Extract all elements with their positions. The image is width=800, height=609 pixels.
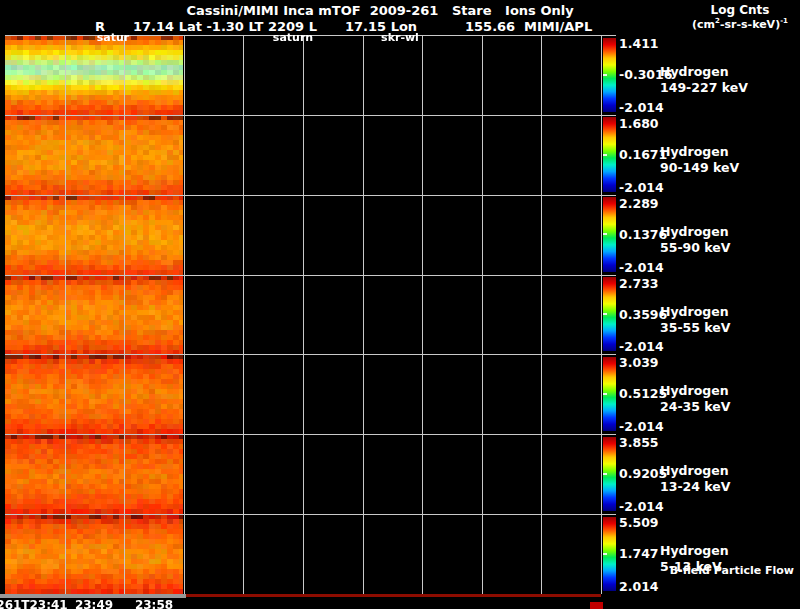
energy-range-label: 24-35 keV <box>660 399 730 415</box>
grid-line-vertical <box>541 35 542 594</box>
bfield-flow-label: B-field Particle Flow <box>654 564 794 577</box>
colorbar-mid-tick <box>603 393 607 395</box>
channel-label: Hydrogen13-24 keV <box>660 463 730 495</box>
corner-marker <box>590 602 603 609</box>
colorbar-units-formula: (cm2-sr-s-keV)-1 <box>680 17 800 31</box>
colorbar-mid-tick <box>603 233 607 235</box>
grid-line-vertical <box>601 35 602 594</box>
spectrogram-screen: Cassini/MIMI Inca mTOF 2009-261 Stare Io… <box>0 0 800 609</box>
colorbar <box>603 117 616 191</box>
grid-line-horizontal <box>5 275 616 276</box>
colorbar-max-label: 1.680 <box>619 116 659 131</box>
grid-line-vertical <box>65 35 66 594</box>
spectrogram-data <box>5 354 183 434</box>
colorbar-min-label: -2.014 <box>619 339 664 354</box>
colorbar-max-label: 3.039 <box>619 355 659 370</box>
colorbar-min-label: -2.014 <box>619 180 664 195</box>
colorbar-mid-label: 1.747 <box>619 546 659 561</box>
colorbar-mid-tick <box>603 473 607 475</box>
colorbar <box>603 38 616 112</box>
channel-label: Hydrogen35-55 keV <box>660 304 730 336</box>
colorbar-units-title: Log Cnts <box>695 3 785 17</box>
grid-line-vertical <box>184 35 185 594</box>
species-label: Hydrogen <box>660 144 739 160</box>
grid-line-vertical <box>363 35 364 594</box>
species-label: Hydrogen <box>660 64 748 80</box>
grid-line-vertical <box>482 35 483 594</box>
units-exponent-2: -1 <box>780 17 788 25</box>
colorbar-mid-tick <box>603 553 607 555</box>
channel-label: Hydrogen24-35 keV <box>660 383 730 415</box>
grid-line-vertical <box>422 35 423 594</box>
grid-line-horizontal <box>5 195 616 196</box>
annotation-label: satur <box>97 31 129 44</box>
spectrogram-data <box>5 195 183 275</box>
spectrogram-data <box>5 35 183 115</box>
grid-line-horizontal <box>5 354 616 355</box>
time-tick-label: 23:58 <box>135 598 173 609</box>
energy-range-label: 149-227 keV <box>660 80 748 96</box>
grid-line-horizontal <box>5 115 616 116</box>
grid-line-horizontal <box>5 434 616 435</box>
species-label: Hydrogen <box>660 304 730 320</box>
channel-label: Hydrogen149-227 keV <box>660 64 748 96</box>
units-pre: (cm <box>692 18 715 31</box>
units-mid: -sr-s-keV) <box>720 18 780 31</box>
colorbar-mid-tick <box>603 313 607 315</box>
grid-line-vertical <box>124 35 125 594</box>
colorbar <box>603 197 616 271</box>
colorbar-min-label: 2.014 <box>619 579 659 594</box>
page-title: Cassini/MIMI Inca mTOF 2009-261 Stare Io… <box>150 3 610 18</box>
time-tick-label: 23:49 <box>75 598 113 609</box>
spectrogram-data <box>5 514 183 594</box>
spectrogram-data <box>5 115 183 195</box>
species-label: Hydrogen <box>660 463 730 479</box>
colorbar-mid-tick <box>603 154 607 156</box>
colorbar-max-label: 2.733 <box>619 276 659 291</box>
spectrogram-data <box>5 275 183 355</box>
annotation-label: saturn <box>273 31 313 44</box>
energy-range-label: 35-55 keV <box>660 320 730 336</box>
colorbar-max-label: 2.289 <box>619 196 659 211</box>
colorbar <box>603 437 616 511</box>
instrument-label: MIMI/APL <box>524 19 592 34</box>
grid-line-vertical <box>243 35 244 594</box>
colorbar <box>603 277 616 351</box>
channel-label: Hydrogen90-149 keV <box>660 144 739 176</box>
colorbar <box>603 517 616 591</box>
grid-line-vertical <box>303 35 304 594</box>
energy-range-label: 13-24 keV <box>660 479 730 495</box>
colorbar-min-label: -2.014 <box>619 260 664 275</box>
colorbar-max-label: 3.855 <box>619 435 659 450</box>
species-label: Hydrogen <box>660 224 730 240</box>
spectrogram-data <box>5 434 183 514</box>
annotation-label: skr-wl <box>381 31 419 44</box>
ephemeris-lon-value: 155.66 <box>465 19 515 34</box>
species-label: Hydrogen <box>660 543 729 559</box>
energy-range-label: 55-90 keV <box>660 240 730 256</box>
colorbar-max-label: 5.509 <box>619 515 659 530</box>
species-label: Hydrogen <box>660 383 730 399</box>
time-tick-label: 261T23:41 <box>0 598 68 609</box>
channel-label: Hydrogen55-90 keV <box>660 224 730 256</box>
colorbar-min-label: -2.014 <box>619 100 664 115</box>
energy-range-label: 90-149 keV <box>660 160 739 176</box>
colorbar-max-label: 1.411 <box>619 36 659 51</box>
colorbar-min-label: -2.014 <box>619 499 664 514</box>
colorbar <box>603 357 616 431</box>
colorbar-mid-tick <box>603 74 607 76</box>
grid-line-horizontal <box>5 514 616 515</box>
colorbar-min-label: -2.014 <box>619 419 664 434</box>
